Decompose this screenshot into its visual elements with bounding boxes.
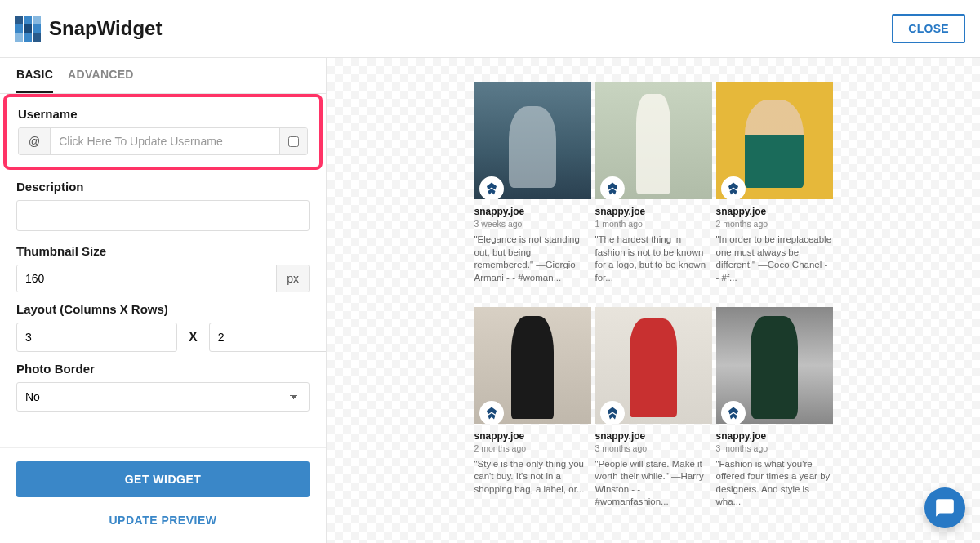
tabs: BASIC ADVANCED xyxy=(0,58,326,94)
post-time: 3 months ago xyxy=(716,443,833,453)
svg-rect-6 xyxy=(15,33,23,42)
svg-rect-3 xyxy=(15,24,23,33)
svg-rect-1 xyxy=(24,16,32,24)
post-time: 3 weeks ago xyxy=(474,219,591,229)
preview-grid: snappy.joe 3 weeks ago "Elegance is not … xyxy=(474,58,833,543)
avatar xyxy=(600,401,625,424)
post-caption: "Elegance is not standing out, but being… xyxy=(474,234,591,284)
post-username: snappy.joe xyxy=(595,206,712,217)
post-caption: "In order to be irreplaceable one must a… xyxy=(716,234,833,284)
form-scroll[interactable]: Username @ Description Thumbnail Size px xyxy=(0,94,326,447)
post-username: snappy.joe xyxy=(716,430,833,442)
username-checkbox[interactable] xyxy=(288,136,299,147)
avatar xyxy=(721,176,746,199)
svg-rect-5 xyxy=(33,24,41,33)
svg-rect-4 xyxy=(24,24,32,33)
border-section: Photo Border No xyxy=(0,362,326,412)
post-time: 3 months ago xyxy=(595,443,712,453)
chat-button[interactable] xyxy=(924,487,965,528)
username-input[interactable] xyxy=(51,128,279,154)
post-image[interactable] xyxy=(716,82,833,199)
get-widget-button[interactable]: GET WIDGET xyxy=(16,461,310,497)
post-card[interactable]: snappy.joe 2 months ago "Style is the on… xyxy=(474,307,591,527)
thumbnail-section: Thumbnail Size px xyxy=(0,244,326,292)
post-card[interactable]: snappy.joe 3 weeks ago "Elegance is not … xyxy=(474,82,591,303)
username-highlight: Username @ xyxy=(3,94,323,170)
logo: SnapWidget xyxy=(15,16,162,42)
description-input[interactable] xyxy=(16,200,310,231)
post-card[interactable]: snappy.joe 3 months ago "People will sta… xyxy=(595,307,712,527)
tab-basic[interactable]: BASIC xyxy=(16,68,53,93)
border-label: Photo Border xyxy=(16,362,310,376)
post-card[interactable]: snappy.joe 3 months ago "Fashion is what… xyxy=(716,307,833,527)
layout-x: X xyxy=(189,330,198,345)
avatar xyxy=(721,401,746,424)
svg-rect-8 xyxy=(33,33,41,42)
update-preview-button[interactable]: UPDATE PREVIEW xyxy=(16,505,310,535)
rows-input[interactable] xyxy=(209,323,326,352)
brand-icon xyxy=(15,16,41,42)
post-username: snappy.joe xyxy=(595,430,712,442)
post-time: 2 months ago xyxy=(474,443,591,453)
post-card[interactable]: snappy.joe 2 months ago "In order to be … xyxy=(716,82,833,303)
svg-rect-2 xyxy=(33,16,41,24)
avatar xyxy=(479,401,504,424)
description-label: Description xyxy=(16,180,310,194)
header: SnapWidget CLOSE xyxy=(0,0,980,58)
px-suffix: px xyxy=(276,265,309,292)
at-prefix: @ xyxy=(19,128,51,154)
close-button[interactable]: CLOSE xyxy=(892,14,965,43)
post-card[interactable]: snappy.joe 1 month ago "The hardest thin… xyxy=(595,82,712,303)
chat-icon xyxy=(934,497,956,519)
sidebar-footer: GET WIDGET UPDATE PREVIEW xyxy=(0,447,326,543)
post-caption: "Fashion is what you're offered four tim… xyxy=(716,458,833,509)
post-username: snappy.joe xyxy=(474,206,591,217)
sidebar: BASIC ADVANCED Username @ Description T xyxy=(0,58,327,543)
username-checkbox-wrap xyxy=(279,128,307,154)
post-image[interactable] xyxy=(595,307,712,424)
post-image[interactable] xyxy=(474,82,591,199)
svg-rect-0 xyxy=(15,16,23,24)
post-username: snappy.joe xyxy=(474,430,591,442)
svg-rect-7 xyxy=(24,33,32,42)
post-time: 1 month ago xyxy=(595,219,712,229)
border-select[interactable]: No xyxy=(16,382,310,412)
post-image[interactable] xyxy=(716,307,833,424)
avatar xyxy=(479,176,504,199)
post-caption: "People will stare. Make it worth their … xyxy=(595,458,712,509)
layout-label: Layout (Columns X Rows) xyxy=(16,302,310,316)
columns-input[interactable] xyxy=(16,323,177,352)
post-image[interactable] xyxy=(474,307,591,424)
post-image[interactable] xyxy=(595,82,712,199)
post-time: 2 months ago xyxy=(716,219,833,229)
thumbnail-label: Thumbnail Size xyxy=(16,244,310,258)
brand-name: SnapWidget xyxy=(49,17,162,40)
avatar xyxy=(600,176,625,199)
preview-pane: snappy.joe 3 weeks ago "Elegance is not … xyxy=(327,58,980,543)
post-caption: "Style is the only thing you can't buy. … xyxy=(474,458,591,496)
post-username: snappy.joe xyxy=(716,206,833,217)
username-label: Username xyxy=(18,107,308,121)
thumbnail-group: px xyxy=(16,265,310,292)
description-section: Description xyxy=(0,180,326,234)
thumbnail-input[interactable] xyxy=(17,265,276,292)
tab-advanced[interactable]: ADVANCED xyxy=(68,68,134,93)
username-group: @ xyxy=(18,127,308,155)
post-caption: "The hardest thing in fashion is not to … xyxy=(595,234,712,284)
layout-section: Layout (Columns X Rows) X xyxy=(0,302,326,352)
